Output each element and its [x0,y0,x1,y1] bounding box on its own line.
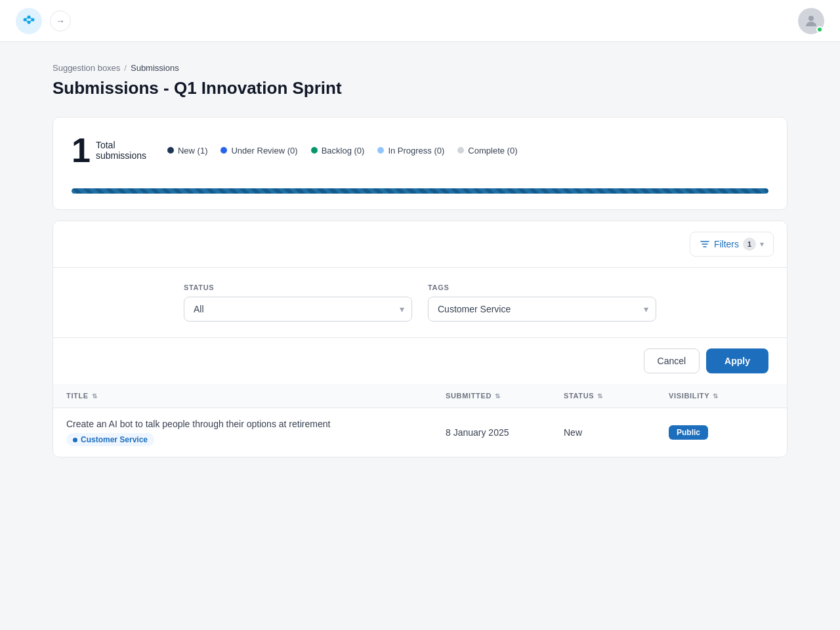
status-item-backlog: Backlog (0) [311,146,365,156]
apply-button[interactable]: Apply [706,348,768,373]
submission-title: Create an AI bot to talk people through … [66,419,446,429]
tags-select-wrapper: Customer Service Technology HR Finance ▾ [428,297,656,322]
total-label: Total submissions [96,140,146,161]
status-dot-new [167,147,174,154]
filter-fields: STATUS All New Under Review Backlog In P… [184,284,656,322]
table-cell-title: Create an AI bot to talk people through … [66,419,446,446]
table-cell-status: New [564,427,669,438]
user-avatar-wrapper[interactable] [798,8,824,34]
filter-body: STATUS All New Under Review Backlog In P… [53,268,787,338]
status-legend: New (1) Under Review (0) Backlog (0) In … [167,146,518,156]
tag-badge-customer-service[interactable]: Customer Service [66,433,154,446]
tag-label: Customer Service [81,435,148,444]
tags-filter-label: TAGS [428,284,656,291]
breadcrumb-separator: / [124,63,127,73]
progress-bar-container [72,188,768,194]
visibility-sort-icon: ⇅ [713,392,719,400]
status-label-new: New (1) [178,146,208,156]
breadcrumb-parent-link[interactable]: Suggestion boxes [52,63,120,73]
nav-toggle-button[interactable]: → [50,10,71,32]
tag-dot-icon [73,438,77,442]
tags-select[interactable]: Customer Service Technology HR Finance [428,297,656,322]
header-left: → [16,8,71,34]
total-count: 1 [72,133,91,167]
filter-badge-count: 1 [743,238,756,251]
nav-toggle-icon: → [56,16,65,26]
status-item-in-progress: In Progress (0) [377,146,444,156]
filters-button-label: Filters [714,239,739,249]
filter-actions: Cancel Apply [53,338,787,384]
progress-bar-fill [72,188,768,194]
status-filter-field: STATUS All New Under Review Backlog In P… [184,284,412,322]
status-item-complete: Complete (0) [457,146,517,156]
table-cell-visibility: Public [669,425,774,440]
combined-filter-table-card: Filters 1 ▾ STATUS All New Under Review … [52,220,788,457]
breadcrumb: Suggestion boxes / Submissions [52,63,788,73]
col-header-visibility[interactable]: VISIBILITY ⇅ [669,392,774,400]
total-group: 1 Total submissions [72,133,146,167]
status-dot-backlog [311,147,318,154]
online-indicator [816,26,823,33]
status-label-complete: Complete (0) [468,146,517,156]
status-dot-complete [457,147,464,154]
status-filter-label: STATUS [184,284,412,291]
status-dot-in-progress [377,147,384,154]
page-title: Submissions - Q1 Innovation Sprint [52,78,788,98]
filters-chevron-icon: ▾ [760,240,764,249]
stats-row: 1 Total submissions New (1) Under Review… [53,117,787,183]
filter-header: Filters 1 ▾ [53,221,787,268]
status-label-under-review: Under Review (0) [231,146,297,156]
status-dot-under-review [220,147,227,154]
status-sort-icon: ⇅ [597,392,603,400]
col-header-submitted[interactable]: SUBMITTED ⇅ [446,392,564,400]
title-sort-icon: ⇅ [92,392,98,400]
header: → [0,0,840,42]
table-row[interactable]: Create an AI bot to talk people through … [53,408,787,457]
svg-point-9 [808,16,814,21]
main-content: Suggestion boxes / Submissions Submissio… [26,42,814,478]
table-cell-submitted: 8 January 2025 [446,427,564,438]
status-label-backlog: Backlog (0) [322,146,365,156]
status-label-in-progress: In Progress (0) [388,146,444,156]
col-header-title[interactable]: TITLE ⇅ [66,392,446,400]
table-header-row: TITLE ⇅ SUBMITTED ⇅ STATUS ⇅ VISIBILITY … [53,384,787,408]
submitted-sort-icon: ⇅ [495,392,501,400]
status-select-wrapper: All New Under Review Backlog In Progress… [184,297,412,322]
status-item-under-review: Under Review (0) [220,146,297,156]
stats-card: 1 Total submissions New (1) Under Review… [52,117,788,210]
filter-icon [700,239,710,249]
breadcrumb-current: Submissions [131,63,179,73]
visibility-badge-public: Public [669,425,708,440]
status-select[interactable]: All New Under Review Backlog In Progress… [184,297,412,322]
tags-filter-field: TAGS Customer Service Technology HR Fina… [428,284,656,322]
filters-button[interactable]: Filters 1 ▾ [690,232,774,257]
logo-icon[interactable] [16,8,42,34]
status-item-new: New (1) [167,146,208,156]
cancel-button[interactable]: Cancel [644,348,700,373]
col-header-status[interactable]: STATUS ⇅ [564,392,669,400]
